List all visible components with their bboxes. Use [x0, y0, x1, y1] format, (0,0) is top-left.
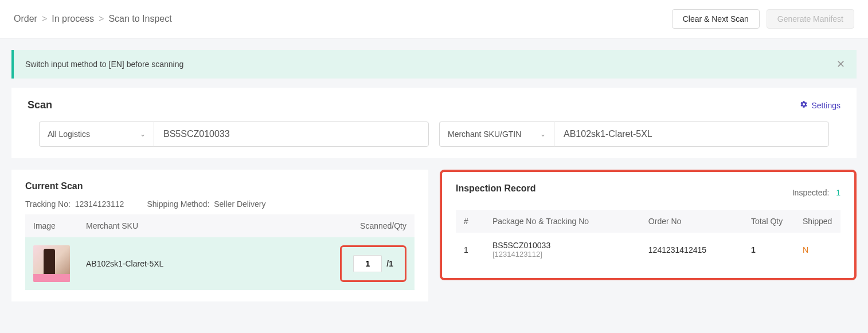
sku-input[interactable] [554, 122, 829, 147]
sku-select[interactable]: Merchant SKU/GTIN ⌄ [439, 122, 554, 147]
col-shipped: Shipped [795, 210, 840, 233]
col-package: Package No & Tracking No [484, 210, 640, 233]
col-num: # [456, 210, 484, 233]
scan-card: Scan Settings All Logistics ⌄ Merchant S… [11, 88, 857, 158]
breadcrumb: Order > In process > Scan to Inspect [14, 14, 172, 24]
topbar: Order > In process > Scan to Inspect Cle… [0, 0, 868, 38]
breadcrumb-in-process[interactable]: In process [52, 14, 94, 24]
current-scan-title: Current Scan [25, 181, 415, 191]
row-num: 1 [456, 233, 484, 267]
inspection-title: Inspection Record [456, 183, 536, 194]
inspection-table: # Package No & Tracking No Order No Tota… [456, 210, 840, 267]
inspection-header: Inspection Record Inspected: 1 [456, 183, 840, 202]
current-scan-card: Current Scan Tracking No 12314123112 Shi… [11, 170, 428, 301]
row-shipped: N [795, 233, 840, 267]
row-package-no: BS5SCZ010033 [492, 241, 632, 250]
breadcrumb-order[interactable]: Order [14, 14, 37, 24]
alert-text: Switch input method to [EN] before scann… [25, 60, 183, 69]
current-scan-table: Image Merchant SKU Scanned/Qty AB102sk1-… [25, 214, 415, 290]
close-icon[interactable]: ✕ [836, 58, 845, 70]
inspected-label: Inspected: [792, 188, 830, 197]
tracking-no-value: 12314123112 [75, 199, 124, 209]
gear-icon [800, 100, 808, 110]
current-scan-column: Current Scan Tracking No 12314123112 Shi… [11, 170, 428, 301]
row-order-no: 1241231412415 [640, 233, 743, 267]
inspection-record-column: Inspection Record Inspected: 1 # Package… [440, 170, 857, 280]
settings-label: Settings [811, 101, 840, 110]
chevron-down-icon: ⌄ [140, 130, 146, 138]
inspection-record-card: Inspection Record Inspected: 1 # Package… [440, 170, 857, 280]
tracking-no-label: Tracking No [25, 199, 73, 209]
clear-next-scan-button[interactable]: Clear & Next Scan [672, 9, 760, 29]
row-tracking-no: [12314123112] [492, 250, 632, 258]
row-sku: AB102sk1-Claret-5XL [78, 237, 300, 290]
table-row: 1 BS5SCZ010033 [12314123112] 12412314124… [456, 233, 840, 267]
inspected-summary: Inspected: 1 [792, 188, 840, 197]
col-scanned-qty: Scanned/Qty [300, 214, 415, 237]
logistics-group: All Logistics ⌄ [39, 122, 429, 147]
scan-inputs: All Logistics ⌄ Merchant SKU/GTIN ⌄ [28, 122, 840, 147]
scan-title: Scan [28, 99, 52, 111]
shipping-method-value: Seller Delivery [214, 199, 265, 209]
current-scan-meta: Tracking No 12314123112 Shipping Method … [25, 199, 415, 209]
sku-group: Merchant SKU/GTIN ⌄ [439, 122, 829, 147]
col-image: Image [25, 214, 78, 237]
sku-select-label: Merchant SKU/GTIN [448, 130, 521, 139]
scanned-qty-input[interactable] [353, 255, 382, 272]
info-alert: Switch input method to [EN] before scann… [11, 50, 857, 79]
inspected-count: 1 [836, 188, 840, 197]
topbar-actions: Clear & Next Scan Generate Manifest [672, 9, 854, 29]
logistics-select[interactable]: All Logistics ⌄ [39, 122, 154, 147]
logistics-select-label: All Logistics [48, 130, 90, 139]
page-body: Switch input method to [EN] before scann… [0, 38, 868, 313]
product-thumbnail[interactable] [33, 245, 70, 282]
breadcrumb-separator: > [42, 14, 47, 24]
logistics-input[interactable] [154, 122, 429, 147]
content-columns: Current Scan Tracking No 12314123112 Shi… [11, 170, 857, 301]
table-row: AB102sk1-Claret-5XL /1 [25, 237, 415, 290]
breadcrumb-separator: > [99, 14, 104, 24]
chevron-down-icon: ⌄ [540, 130, 546, 138]
col-sku: Merchant SKU [78, 214, 300, 237]
row-total-qty: 1 [743, 233, 795, 267]
col-order: Order No [640, 210, 743, 233]
breadcrumb-scan-to-inspect: Scan to Inspect [108, 14, 171, 24]
qty-highlight: /1 [340, 245, 406, 282]
generate-manifest-button: Generate Manifest [767, 9, 854, 29]
scan-header: Scan Settings [28, 99, 840, 111]
shipping-method-label: Shipping Method [147, 199, 212, 209]
settings-link[interactable]: Settings [800, 100, 840, 110]
col-total-qty: Total Qty [743, 210, 795, 233]
total-qty: /1 [386, 259, 393, 268]
